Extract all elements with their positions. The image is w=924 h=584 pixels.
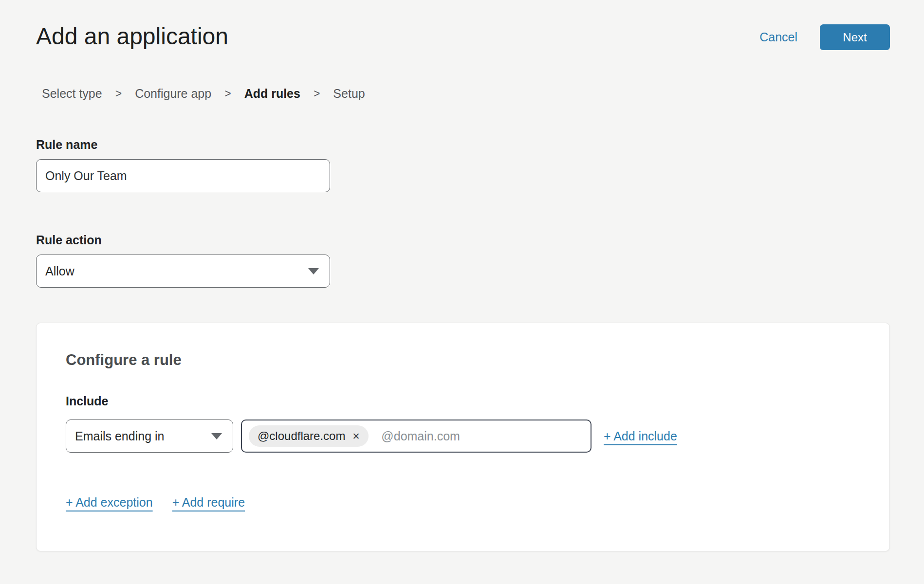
breadcrumb-step-setup[interactable]: Setup	[333, 87, 365, 101]
rule-name-input[interactable]	[36, 159, 330, 192]
next-button[interactable]: Next	[820, 24, 890, 50]
breadcrumb-step-configure-app[interactable]: Configure app	[135, 87, 211, 101]
remove-tag-icon[interactable]: ✕	[352, 432, 360, 441]
rule-action-select[interactable]: Allow	[36, 255, 330, 288]
chevron-down-icon	[308, 268, 319, 274]
configure-rule-title: Configure a rule	[66, 351, 860, 369]
include-selector-selected-value: Emails ending in	[75, 429, 164, 443]
email-domain-tag: @cloudflare.com ✕	[249, 425, 369, 447]
include-selector-select[interactable]: Emails ending in	[66, 420, 233, 453]
include-label: Include	[66, 394, 860, 408]
email-domain-tag-input[interactable]: @cloudflare.com ✕	[241, 420, 591, 453]
rule-action-selected-value: Allow	[45, 264, 74, 278]
rule-action-label: Rule action	[36, 233, 890, 247]
cancel-button[interactable]: Cancel	[759, 30, 797, 44]
breadcrumb-separator: >	[314, 87, 320, 100]
email-domain-tag-label: @cloudflare.com	[258, 429, 345, 443]
add-include-link[interactable]: + Add include	[604, 429, 677, 443]
add-application-page: Add an application Cancel Next Select ty…	[0, 0, 924, 584]
configure-rule-card: Configure a rule Include Emails ending i…	[36, 323, 890, 551]
rule-name-label: Rule name	[36, 138, 890, 152]
chevron-down-icon	[211, 433, 222, 439]
wizard-breadcrumb: Select type > Configure app > Add rules …	[42, 87, 890, 101]
breadcrumb-step-add-rules[interactable]: Add rules	[244, 87, 300, 101]
page-title: Add an application	[36, 22, 228, 51]
email-domain-text-input[interactable]	[380, 429, 584, 444]
rule-extra-links: + Add exception + Add require	[66, 495, 860, 510]
add-require-link[interactable]: + Add require	[172, 495, 245, 510]
page-header: Add an application Cancel Next	[36, 0, 890, 51]
breadcrumb-step-select-type[interactable]: Select type	[42, 87, 102, 101]
breadcrumb-separator: >	[224, 87, 231, 100]
add-exception-link[interactable]: + Add exception	[66, 495, 153, 510]
breadcrumb-separator: >	[115, 87, 122, 100]
include-rule-row: Emails ending in @cloudflare.com ✕ + Add…	[66, 420, 860, 453]
header-actions: Cancel Next	[759, 22, 890, 50]
